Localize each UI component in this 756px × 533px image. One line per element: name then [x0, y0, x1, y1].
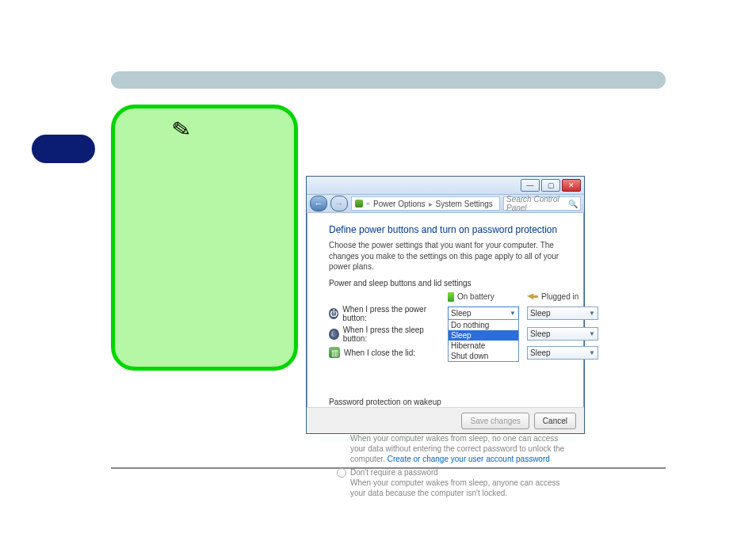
dropdown-option[interactable]: Do nothing	[449, 320, 518, 330]
power-button-battery-select[interactable]: Sleep▼ Do nothing Sleep Hibernate Shut d…	[448, 306, 519, 320]
power-button-battery-dropdown: Do nothing Sleep Hibernate Shut down	[448, 319, 519, 362]
create-password-link[interactable]: Create or change your user account passw…	[388, 455, 550, 463]
row-close-lid: ▥When I close the lid:	[329, 347, 440, 358]
lid-plugged-select[interactable]: Sleep▼	[527, 346, 598, 360]
control-panel-icon	[355, 200, 363, 207]
section-heading-buttons: Power and sleep buttons and lid settings	[329, 279, 570, 287]
option-title: Don't require a password	[350, 467, 570, 478]
chevron-down-icon: ▼	[589, 330, 595, 337]
breadcrumb[interactable]: « Power Options ▸ System Settings	[351, 196, 500, 211]
search-input[interactable]: Search Control Panel 🔍	[503, 196, 581, 211]
power-button-plugged-select[interactable]: Sleep▼	[527, 306, 598, 320]
option-description: When your computer wakes from sleep, any…	[350, 478, 570, 498]
row-sleep-button: ☾When I press the sleep button:	[329, 326, 440, 343]
breadcrumb-item[interactable]: System Settings	[436, 200, 493, 208]
search-placeholder: Search Control Panel	[506, 195, 568, 212]
radio-dont-require-password	[337, 468, 346, 478]
decorative-top-bar	[111, 71, 666, 89]
power-icon: ⏻	[329, 308, 338, 319]
plug-icon	[527, 294, 538, 300]
chevron-down-icon: ▼	[589, 310, 595, 317]
option-description: When your computer wakes from sleep, no …	[350, 433, 570, 464]
minimize-button[interactable]: —	[521, 179, 540, 192]
chevron-down-icon: ▼	[589, 349, 595, 356]
page-description: Choose the power settings that you want …	[329, 240, 570, 272]
nav-back-button[interactable]: ←	[310, 196, 327, 211]
page-title: Define power buttons and turn on passwor…	[329, 224, 570, 235]
close-button[interactable]: ✕	[562, 179, 581, 192]
maximize-button[interactable]: ▢	[541, 179, 560, 192]
dropdown-option[interactable]: Shut down	[449, 351, 518, 361]
section-heading-password: Password protection on wakeup	[329, 398, 570, 406]
column-plugged-in: Plugged in	[527, 292, 598, 301]
decorative-blue-pill	[32, 135, 95, 163]
decorative-green-box: ✎	[111, 105, 298, 371]
cancel-button[interactable]: Cancel	[534, 413, 576, 429]
breadcrumb-item[interactable]: Power Options	[373, 200, 426, 208]
option-dont-require-password: Don't require a password When your compu…	[337, 467, 570, 498]
pen-icon: ✎	[170, 115, 192, 143]
lid-icon: ▥	[329, 347, 340, 358]
dropdown-option[interactable]: Sleep	[449, 330, 518, 341]
chevron-icon: «	[366, 200, 370, 207]
nav-forward-button[interactable]: →	[330, 196, 348, 211]
dropdown-option[interactable]: Hibernate	[449, 341, 518, 351]
chevron-right-icon: ▸	[429, 200, 433, 208]
battery-icon	[448, 292, 454, 302]
column-on-battery: On battery	[448, 292, 519, 302]
window-titlebar: — ▢ ✕	[307, 177, 584, 195]
sleep-button-plugged-select[interactable]: Sleep▼	[527, 327, 598, 341]
address-bar: ← → « Power Options ▸ System Settings Se…	[307, 195, 584, 213]
row-power-button: ⏻When I press the power button:	[329, 305, 440, 322]
search-icon: 🔍	[568, 200, 578, 208]
sleep-icon: ☾	[329, 329, 339, 340]
save-changes-button[interactable]: Save changes	[461, 413, 529, 429]
chevron-down-icon: ▼	[510, 310, 516, 317]
dialog-footer: Save changes Cancel	[307, 407, 584, 433]
power-options-window: — ▢ ✕ ← → « Power Options ▸ System Setti…	[306, 176, 585, 434]
